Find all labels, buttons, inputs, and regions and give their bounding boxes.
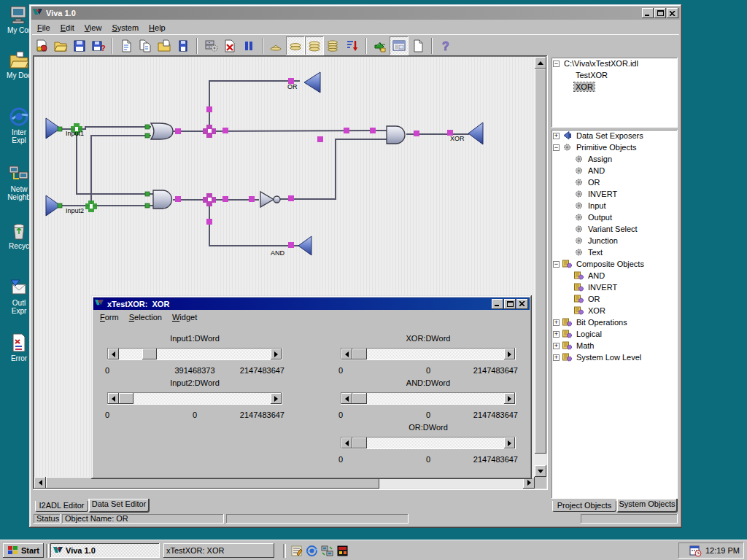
- magenta-junctions[interactable]: [203, 125, 216, 206]
- gates[interactable]: [151, 123, 405, 209]
- slider-left-arrow[interactable]: [341, 393, 352, 404]
- media-app-icon[interactable]: [336, 545, 349, 559]
- task-button-viva[interactable]: Viva 1.0: [50, 543, 160, 558]
- tab-system-objects[interactable]: System Objects: [616, 499, 678, 513]
- menu-system[interactable]: System: [107, 22, 144, 34]
- expander-minus-icon[interactable]: −: [553, 144, 560, 151]
- value-slider[interactable]: [341, 392, 516, 405]
- value-slider[interactable]: [341, 348, 516, 360]
- refresh-sheet-button[interactable]: [371, 36, 390, 55]
- layer-single-button[interactable]: [267, 36, 286, 55]
- slider-thumb[interactable]: [352, 393, 367, 404]
- tree-item[interactable]: XOR: [551, 305, 678, 316]
- show-window-button[interactable]: [390, 36, 409, 55]
- value-slider[interactable]: [341, 437, 516, 449]
- layer-quad-button[interactable]: [324, 36, 343, 55]
- slider-thumb[interactable]: [119, 393, 133, 404]
- menu-edit[interactable]: Edit: [55, 22, 80, 34]
- tree-item[interactable]: Assign: [551, 153, 678, 165]
- dialog-maximize-button[interactable]: [504, 299, 516, 309]
- expander-plus-icon[interactable]: +: [553, 354, 560, 361]
- tree-item[interactable]: +Logical: [551, 328, 678, 340]
- tree-item[interactable]: XOR: [551, 81, 678, 93]
- slider-right-arrow[interactable]: [504, 393, 515, 404]
- new-document-button[interactable]: [117, 36, 136, 55]
- copy-document-button[interactable]: [136, 36, 155, 55]
- dialog-menu-form[interactable]: Form: [95, 311, 124, 323]
- slider-left-arrow[interactable]: [108, 393, 119, 404]
- transports[interactable]: [46, 72, 483, 255]
- expander-minus-icon[interactable]: −: [553, 61, 560, 67]
- tree-item[interactable]: −Composite Objects: [551, 258, 678, 270]
- tree-item[interactable]: +Bit Operations: [551, 316, 678, 328]
- slider-right-arrow[interactable]: [271, 349, 282, 359]
- tab-i2adl-editor[interactable]: I2ADL Editor: [35, 501, 88, 512]
- scroll-left-icon[interactable]: [34, 477, 46, 489]
- help-button[interactable]: ?: [436, 36, 455, 55]
- tree-item[interactable]: OR: [551, 176, 678, 188]
- tree-item[interactable]: Variant Select: [551, 223, 678, 235]
- tree-item[interactable]: +System Low Level: [551, 351, 678, 363]
- save-small-button[interactable]: [174, 36, 193, 55]
- tree-item[interactable]: AND: [551, 165, 678, 176]
- dialog-menu-widget[interactable]: Widget: [167, 311, 202, 323]
- clock[interactable]: 12:19 PM: [705, 546, 740, 555]
- tree-item[interactable]: −Primitive Objects: [551, 141, 678, 153]
- schematic-vertical-scrollbar[interactable]: [535, 57, 546, 477]
- expander-plus-icon[interactable]: +: [553, 343, 560, 349]
- slider-right-arrow[interactable]: [271, 393, 282, 404]
- slider-right-arrow[interactable]: [504, 438, 515, 448]
- task-button-xtestxor[interactable]: xTestXOR: XOR: [163, 543, 274, 558]
- tab-project-objects[interactable]: Project Objects: [552, 501, 616, 512]
- save-button[interactable]: [70, 36, 89, 55]
- menu-view[interactable]: View: [80, 22, 107, 34]
- menu-file[interactable]: File: [32, 22, 55, 34]
- scroll-down-icon[interactable]: [535, 465, 546, 477]
- slider-left-arrow[interactable]: [341, 438, 352, 448]
- tree-item[interactable]: Text: [551, 246, 678, 258]
- start-button[interactable]: Start: [3, 543, 44, 558]
- dialog-titlebar[interactable]: xTestXOR: XOR: [93, 298, 530, 310]
- scroll-up-icon[interactable]: [535, 57, 546, 69]
- slider-right-arrow[interactable]: [504, 349, 515, 359]
- pause-button[interactable]: [239, 36, 258, 55]
- dialog-close-button[interactable]: [516, 299, 528, 309]
- main-titlebar[interactable]: Viva 1.0: [31, 7, 680, 20]
- value-slider[interactable]: [107, 392, 282, 405]
- expander-plus-icon[interactable]: +: [553, 331, 560, 338]
- tab-data-set-editor[interactable]: Data Set Editor: [88, 499, 150, 513]
- vscroll-thumb[interactable]: [535, 69, 546, 454]
- dialog-minimize-button[interactable]: [492, 299, 503, 309]
- slider-left-arrow[interactable]: [108, 349, 119, 359]
- dialog-menu-selection[interactable]: Selection: [124, 311, 167, 323]
- new-page-button[interactable]: [409, 36, 427, 55]
- save-question-button[interactable]: ?: [89, 36, 108, 55]
- tree-item[interactable]: Output: [551, 211, 678, 223]
- menu-help[interactable]: Help: [144, 22, 171, 34]
- expander-plus-icon[interactable]: +: [553, 133, 560, 139]
- open-folder-button[interactable]: [51, 36, 70, 55]
- slider-thumb[interactable]: [352, 438, 367, 448]
- slider-thumb[interactable]: [352, 349, 367, 359]
- close-button[interactable]: [667, 8, 678, 18]
- maximize-button[interactable]: [654, 8, 666, 18]
- slider-left-arrow[interactable]: [341, 349, 352, 359]
- sort-descending-button[interactable]: [343, 36, 362, 55]
- expander-minus-icon[interactable]: −: [553, 261, 560, 268]
- tree-item[interactable]: TestXOR: [551, 69, 678, 81]
- connect-computers-icon[interactable]: [321, 545, 333, 559]
- tree-item[interactable]: Input: [551, 200, 678, 211]
- expander-plus-icon[interactable]: +: [553, 319, 560, 326]
- layer-double-button[interactable]: [286, 36, 305, 55]
- internet-explorer-icon[interactable]: [306, 545, 318, 559]
- layer-triple-button[interactable]: [305, 36, 324, 55]
- tree-item[interactable]: +Math: [551, 340, 678, 351]
- tree-item[interactable]: INVERT: [551, 281, 678, 293]
- open-project-button[interactable]: [32, 36, 51, 55]
- tree-item[interactable]: Junction: [551, 235, 678, 246]
- build-button[interactable]: [201, 36, 220, 55]
- open-document-button[interactable]: [155, 36, 174, 55]
- tree-item[interactable]: INVERT: [551, 188, 678, 200]
- tree-item[interactable]: OR: [551, 293, 678, 305]
- tree-item[interactable]: −C:\Viva\xTestXOR.idl: [551, 58, 678, 69]
